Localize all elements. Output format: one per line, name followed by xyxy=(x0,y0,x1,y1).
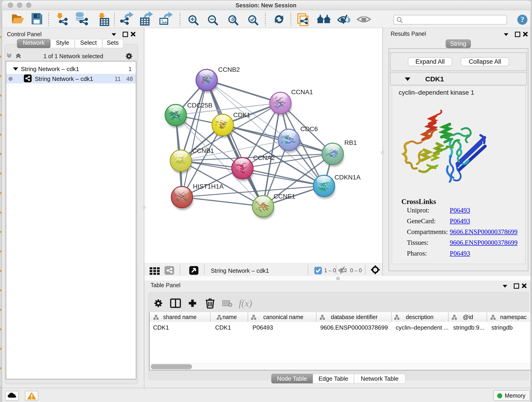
svg-text:CDK1: CDK1 xyxy=(233,111,250,119)
svg-text:namespac: namespac xyxy=(500,314,526,320)
svg-text:CCNB1: CCNB1 xyxy=(192,147,214,154)
svg-text:0 – 0: 0 – 0 xyxy=(350,268,362,274)
svg-text:f(x): f(x) xyxy=(239,298,252,309)
svg-text:CCNA2: CCNA2 xyxy=(253,154,275,161)
svg-text:description: description xyxy=(406,314,433,320)
svg-text:shared name: shared name xyxy=(163,314,196,320)
svg-text:String Network – cdk1: String Network – cdk1 xyxy=(211,267,269,274)
svg-text:HIST1H1A: HIST1H1A xyxy=(193,183,224,190)
svg-text:@id: @id xyxy=(463,314,473,320)
svg-text:CCNB2: CCNB2 xyxy=(218,66,240,73)
svg-text:CDC25B: CDC25B xyxy=(187,102,212,109)
svg-text:canonical name: canonical name xyxy=(263,314,303,320)
svg-text:name: name xyxy=(222,314,237,320)
svg-text:1 – 0: 1 – 0 xyxy=(324,268,336,274)
svg-text:database identifier: database identifier xyxy=(331,314,378,320)
svg-text:CDC6: CDC6 xyxy=(300,125,318,133)
svg-text:CCNE1: CCNE1 xyxy=(273,193,295,200)
svg-text:CDKN1A: CDKN1A xyxy=(335,174,361,181)
svg-text:CCNA1: CCNA1 xyxy=(291,89,313,96)
svg-text:RB1: RB1 xyxy=(344,139,357,146)
